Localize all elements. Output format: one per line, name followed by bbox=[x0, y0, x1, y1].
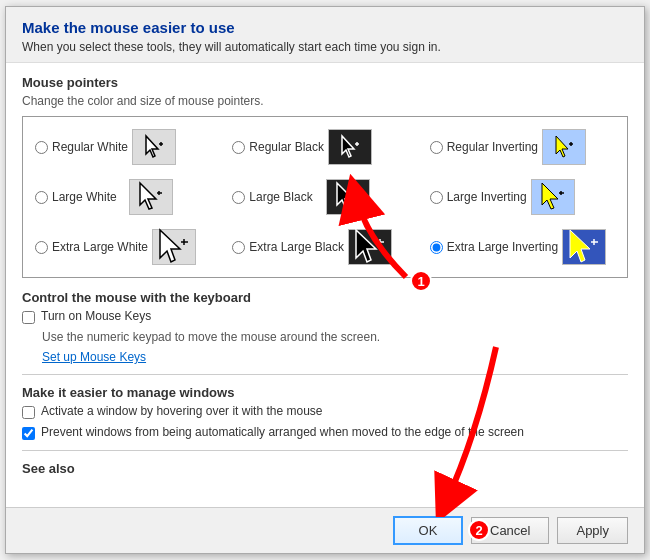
icon-box-xlw bbox=[152, 229, 196, 265]
cursor-icon-xli bbox=[568, 228, 600, 266]
dialog-footer: OK Cancel Apply bbox=[6, 507, 644, 553]
svg-marker-24 bbox=[570, 230, 590, 262]
radio-xlb[interactable] bbox=[232, 241, 245, 254]
mouse-keys-label[interactable]: Turn on Mouse Keys bbox=[41, 309, 151, 323]
label-li[interactable]: Large Inverting bbox=[447, 190, 527, 204]
mouse-pointers-title: Mouse pointers bbox=[22, 75, 628, 90]
annotation-badge-1: 1 bbox=[410, 270, 432, 292]
radio-rb[interactable] bbox=[232, 141, 245, 154]
pointer-label-xli: Extra Large Inverting bbox=[430, 240, 558, 254]
hover-label[interactable]: Activate a window by hovering over it wi… bbox=[41, 404, 322, 418]
label-lw[interactable]: Large White bbox=[52, 190, 117, 204]
pointer-cell-lw: Large White bbox=[31, 175, 224, 219]
label-xli[interactable]: Extra Large Inverting bbox=[447, 240, 558, 254]
icon-box-li bbox=[531, 179, 575, 215]
svg-marker-21 bbox=[356, 230, 376, 262]
pointer-cell-xli: Extra Large Inverting bbox=[426, 225, 619, 269]
annotation-badge-2: 2 bbox=[468, 519, 490, 541]
icon-box-rw bbox=[132, 129, 176, 165]
pointer-cell-rw: Regular White bbox=[31, 125, 224, 169]
hover-checkbox[interactable] bbox=[22, 406, 35, 419]
apply-button[interactable]: Apply bbox=[557, 517, 628, 544]
prevent-checkbox[interactable] bbox=[22, 427, 35, 440]
mouse-keys-row: Turn on Mouse Keys bbox=[22, 309, 628, 324]
prevent-label[interactable]: Prevent windows from being automatically… bbox=[41, 425, 524, 439]
pointer-grid: Regular White Regular Black bbox=[31, 125, 619, 269]
radio-ri[interactable] bbox=[430, 141, 443, 154]
label-xlb[interactable]: Extra Large Black bbox=[249, 240, 344, 254]
svg-marker-12 bbox=[337, 183, 353, 209]
pointer-label-xlw: Extra Large White bbox=[35, 240, 148, 254]
keyboard-control-title: Control the mouse with the keyboard bbox=[22, 290, 628, 305]
ok-button[interactable]: OK bbox=[393, 516, 463, 545]
pointer-cell-li: Large Inverting bbox=[426, 175, 619, 219]
pointer-cell-rb: Regular Black bbox=[228, 125, 421, 169]
pointer-cell-xlw: Extra Large White bbox=[31, 225, 224, 269]
label-rw[interactable]: Regular White bbox=[52, 140, 128, 154]
cursor-icon-xlb bbox=[354, 228, 386, 266]
pointer-label-lw: Large White bbox=[35, 190, 125, 204]
radio-rw[interactable] bbox=[35, 141, 48, 154]
cursor-icon-rw bbox=[144, 134, 164, 160]
radio-lw[interactable] bbox=[35, 191, 48, 204]
svg-marker-0 bbox=[146, 136, 158, 157]
label-lb[interactable]: Large Black bbox=[249, 190, 312, 204]
mouse-keys-desc: Use the numeric keypad to move the mouse… bbox=[42, 330, 628, 344]
icon-box-ri bbox=[542, 129, 586, 165]
mouse-keys-checkbox[interactable] bbox=[22, 311, 35, 324]
icon-box-xlb bbox=[348, 229, 392, 265]
label-rb[interactable]: Regular Black bbox=[249, 140, 324, 154]
divider-2 bbox=[22, 450, 628, 451]
see-also-title: See also bbox=[22, 461, 628, 476]
pointer-grid-container: Regular White Regular Black bbox=[22, 116, 628, 278]
dialog-title: Make the mouse easier to use bbox=[22, 19, 628, 36]
pointer-cell-lb: Large Black bbox=[228, 175, 421, 219]
icon-box-xli bbox=[562, 229, 606, 265]
pointer-cell-xlb: Extra Large Black bbox=[228, 225, 421, 269]
radio-lb[interactable] bbox=[232, 191, 245, 204]
cursor-icon-xlw bbox=[158, 228, 190, 266]
dialog-subtitle: When you select these tools, they will a… bbox=[22, 40, 628, 54]
prevent-row: Prevent windows from being automatically… bbox=[22, 425, 628, 440]
mouse-pointers-desc: Change the color and size of mouse point… bbox=[22, 94, 628, 108]
dialog-header: Make the mouse easier to use When you se… bbox=[6, 7, 644, 63]
svg-marker-18 bbox=[160, 230, 180, 262]
pointer-label-lb: Large Black bbox=[232, 190, 322, 204]
pointer-cell-ri: Regular Inverting bbox=[426, 125, 619, 169]
cursor-icon-li bbox=[540, 181, 566, 213]
divider-1 bbox=[22, 374, 628, 375]
dialog: Make the mouse easier to use When you se… bbox=[5, 6, 645, 554]
icon-box-rb bbox=[328, 129, 372, 165]
setup-mouse-keys-link[interactable]: Set up Mouse Keys bbox=[42, 350, 146, 364]
pointer-label-rw: Regular White bbox=[35, 140, 128, 154]
svg-marker-6 bbox=[556, 136, 568, 157]
hover-row: Activate a window by hovering over it wi… bbox=[22, 404, 628, 419]
pointer-label-xlb: Extra Large Black bbox=[232, 240, 344, 254]
radio-xli[interactable] bbox=[430, 241, 443, 254]
svg-marker-15 bbox=[542, 183, 558, 209]
icon-box-lw bbox=[129, 179, 173, 215]
pointer-label-ri: Regular Inverting bbox=[430, 140, 538, 154]
svg-marker-9 bbox=[140, 183, 156, 209]
cursor-icon-ri bbox=[554, 134, 574, 160]
pointer-label-rb: Regular Black bbox=[232, 140, 324, 154]
dialog-body: Mouse pointers Change the color and size… bbox=[6, 63, 644, 507]
radio-xlw[interactable] bbox=[35, 241, 48, 254]
icon-box-lb bbox=[326, 179, 370, 215]
label-xlw[interactable]: Extra Large White bbox=[52, 240, 148, 254]
radio-li[interactable] bbox=[430, 191, 443, 204]
label-ri[interactable]: Regular Inverting bbox=[447, 140, 538, 154]
cursor-icon-lb bbox=[335, 181, 361, 213]
pointer-label-li: Large Inverting bbox=[430, 190, 527, 204]
manage-windows-title: Make it easier to manage windows bbox=[22, 385, 628, 400]
cursor-icon-rb bbox=[340, 134, 360, 160]
svg-marker-3 bbox=[342, 136, 354, 157]
cursor-icon-lw bbox=[138, 181, 164, 213]
